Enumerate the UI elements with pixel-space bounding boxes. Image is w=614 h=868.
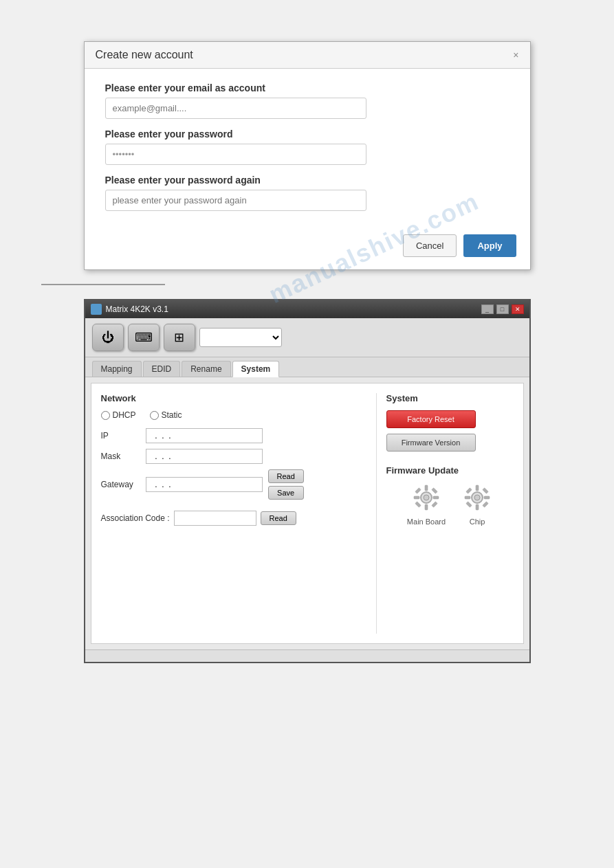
app-toolbar: ⏻ ⌨ ⊞ [85,318,529,357]
power-button[interactable]: ⏻ [92,324,124,351]
main-board-fw-item: Main Board [407,482,446,526]
factory-reset-button[interactable]: Factory Reset [386,410,476,428]
app-titlebar: Matrix 4K2K v3.1 _ □ ✕ [85,300,529,318]
assoc-input[interactable] [174,511,256,526]
main-board-fw-label: Main Board [407,518,446,526]
create-account-dialog: Create new account × Please enter your e… [84,41,531,270]
dhcp-radio[interactable] [101,411,110,420]
section-divider [41,284,165,285]
association-row: Association Code : Read [101,511,365,526]
dialog-footer: Cancel Apply [85,227,530,269]
email-label: Please enter your email as account [105,82,509,93]
firmware-update-title: Firmware Update [386,465,514,476]
app-window: Matrix 4K2K v3.1 _ □ ✕ ⏻ ⌨ ⊞ Mapping EDI… [84,299,531,663]
static-radio[interactable] [150,411,159,420]
keyboard-icon: ⌨ [135,330,153,345]
firmware-icons-group: Main Board [386,482,514,526]
app-icon [91,304,102,315]
minimize-button[interactable]: _ [481,304,494,314]
app-bottom-bar [85,649,529,662]
svg-rect-3 [425,504,428,510]
svg-rect-19 [483,502,488,507]
tab-edid[interactable]: EDID [143,361,181,377]
power-icon: ⏻ [102,331,114,345]
password-input[interactable] [105,144,366,165]
gateway-input[interactable] [146,477,263,492]
network-action-buttons: Read Save [268,469,304,500]
network-icon: ⊞ [174,330,184,345]
watermark: manualshive.com [265,187,484,309]
tab-system[interactable]: System [232,361,280,377]
confirm-password-label: Please enter your password again [105,175,509,186]
assoc-label: Association Code : [101,513,170,523]
svg-rect-5 [433,496,439,499]
chip-fw-button[interactable] [462,482,492,515]
svg-rect-8 [415,502,421,507]
svg-rect-17 [483,488,488,493]
password-label: Please enter your password [105,129,509,140]
svg-rect-16 [466,488,472,493]
restore-button[interactable]: □ [496,304,509,314]
firmware-update-section: Firmware Update [386,465,514,526]
chip-fw-item: Chip [462,482,492,526]
app-title: Matrix 4K2K v3.1 [106,304,168,314]
gateway-row: Gateway Read Save [101,469,365,500]
chip-gear-icon [462,482,492,513]
mask-input[interactable] [146,449,263,464]
svg-rect-18 [466,502,472,507]
system-panel: System Factory Reset Firmware Version Fi… [376,393,514,634]
app-content: Network DHCP Static IP Mask [91,383,524,644]
close-window-button[interactable]: ✕ [512,304,524,314]
email-input[interactable] [105,98,366,119]
svg-rect-14 [465,496,470,499]
cancel-button[interactable]: Cancel [403,234,457,257]
main-board-gear-icon [411,482,441,513]
assoc-read-button[interactable]: Read [261,511,296,525]
svg-rect-9 [432,502,437,507]
system-title: System [386,393,514,403]
network-save-button[interactable]: Save [268,486,304,500]
svg-rect-7 [432,488,437,493]
network-mode-group: DHCP Static [101,410,365,420]
dialog-title: Create new account [96,49,193,61]
svg-rect-13 [476,504,479,510]
ip-row: IP [101,428,365,443]
dialog-body: Please enter your email as account Pleas… [85,69,530,227]
svg-rect-4 [414,496,419,499]
app-tabs: Mapping EDID Rename System [85,357,529,377]
svg-point-11 [474,495,480,500]
svg-rect-6 [415,488,421,493]
ip-label: IP [101,431,146,441]
svg-rect-15 [484,496,490,499]
dialog-close-button[interactable]: × [513,49,518,60]
firmware-version-button[interactable]: Firmware Version [386,434,476,452]
network-read-button[interactable]: Read [268,469,304,483]
dialog-titlebar: Create new account × [85,42,530,69]
confirm-password-input[interactable] [105,190,366,211]
network-button[interactable]: ⊞ [164,324,195,351]
keyboard-button[interactable]: ⌨ [128,324,160,351]
main-board-fw-button[interactable] [411,482,441,515]
mask-row: Mask [101,449,365,464]
apply-button[interactable]: Apply [463,234,516,257]
static-radio-label[interactable]: Static [150,410,182,420]
tab-rename[interactable]: Rename [182,361,230,377]
gateway-label: Gateway [101,480,146,489]
tab-mapping[interactable]: Mapping [92,361,142,377]
ip-input[interactable] [146,428,263,443]
toolbar-dropdown[interactable] [199,328,282,347]
network-panel: Network DHCP Static IP Mask [101,393,365,634]
svg-rect-2 [425,485,428,491]
svg-point-1 [424,495,429,500]
app-titlebar-left: Matrix 4K2K v3.1 [91,304,168,315]
network-title: Network [101,393,365,403]
dhcp-radio-label[interactable]: DHCP [101,410,136,420]
svg-rect-12 [476,485,479,491]
app-titlebar-controls: _ □ ✕ [481,304,524,314]
chip-fw-label: Chip [470,518,485,526]
mask-label: Mask [101,452,146,461]
